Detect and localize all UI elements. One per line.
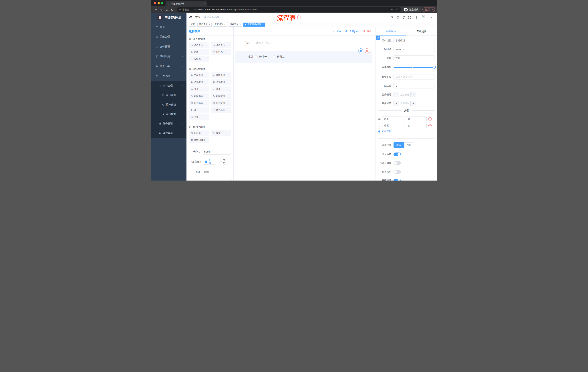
sidebar-item-工作流程[interactable]: 工作流程 (151, 71, 187, 81)
url-bar[interactable]: 不安全 dashboard.yudao.iocoder.cn/bpm/manag… (177, 7, 401, 12)
palette-item-日期范围[interactable]: 日期范围 (211, 100, 231, 106)
title-input[interactable]: 性别 (394, 55, 434, 61)
sidebar-item-流程模型[interactable]: 流程模型 (151, 109, 187, 119)
max-select-placeholder[interactable]: 最多可选 (399, 101, 410, 106)
tab-component-props[interactable]: 组件属性 (376, 27, 406, 35)
slider-handle[interactable] (433, 66, 436, 69)
copy-component-button[interactable] (358, 48, 363, 53)
close-window-button[interactable] (154, 2, 156, 4)
sidebar-item-用户分组[interactable]: 用户分组 (151, 100, 187, 109)
option-drag-handle-icon[interactable] (378, 117, 381, 120)
option-drag-handle-icon[interactable] (378, 124, 381, 127)
max-select-stepper[interactable]: − 最多可选 + (394, 101, 416, 106)
palette-item-上传[interactable]: 上传 (189, 114, 210, 120)
search-icon[interactable] (390, 16, 394, 19)
gender-checkbox-选项一[interactable]: 选项一 (255, 55, 267, 58)
option-style-default-button[interactable]: 默认 (394, 142, 404, 148)
palette-item-日期选择[interactable]: 日期选择 (189, 100, 210, 106)
browser-tab[interactable]: 芋道管理系统 (166, 1, 207, 6)
tag-close-icon[interactable]: × (262, 23, 263, 26)
palette-item-按钮[interactable]: 按钮 (211, 130, 231, 136)
tag-首页[interactable]: 首页 (189, 22, 196, 27)
sidebar-item-基础设施[interactable]: 基础设施 (151, 52, 187, 61)
palette-item-时间选择[interactable]: 时间选择 (189, 93, 210, 99)
sidebar-item-系统管理[interactable]: 系统管理 (151, 32, 187, 42)
stepper-plus-button[interactable]: + (410, 92, 416, 97)
sidebar-item-请假查询[interactable]: 请假查询 (151, 128, 187, 138)
component-type-select[interactable]: 多选框组 (394, 38, 434, 43)
palette-item-计数器[interactable]: 123计数器 (211, 49, 231, 55)
tag-流程表单[interactable]: 流程表单× (228, 22, 242, 27)
sidebar-item-支付管理[interactable]: 支付管理 (151, 42, 187, 52)
sidebar-item-任务管理[interactable]: 任务管理 (151, 119, 187, 128)
palette-item-表格[开发中][interactable]: 表格[开发中] (189, 137, 210, 143)
font-size-icon[interactable] (414, 16, 418, 19)
help-icon[interactable] (402, 16, 405, 19)
github-icon[interactable] (396, 16, 399, 19)
toggle-显示标签[interactable] (394, 152, 401, 156)
toggle-是否必填[interactable] (394, 179, 401, 181)
palette-item-多选框组[interactable]: 多选框组 (211, 79, 231, 85)
palette-item-单选框组[interactable]: 单选框组 (189, 79, 210, 85)
stepper-minus-button[interactable]: − (394, 101, 399, 106)
sidebar-item-流程管理[interactable]: 流程管理 (151, 81, 187, 90)
form-grid-slider[interactable] (394, 64, 436, 70)
toggle-是否带边框[interactable] (394, 161, 401, 165)
save-button[interactable]: 保存 (333, 30, 341, 33)
checkbox-box[interactable] (255, 55, 258, 58)
form-remark-textarea[interactable]: 嘿嘿 (202, 169, 231, 181)
field-name-input[interactable]: field122 (394, 47, 434, 52)
view-json-button[interactable]: 查看json (345, 30, 359, 33)
sidebar-item-研发工具[interactable]: 研发工具 (151, 61, 187, 71)
palette-item-行容器[interactable]: 行容器 (189, 130, 210, 136)
textarea-resize-handle[interactable] (229, 179, 231, 180)
palette-item-级联选择[interactable]: 级联选择 (211, 73, 231, 78)
browser-menu-icon[interactable] (431, 8, 433, 11)
palette-item-密码[interactable]: 密码 (189, 49, 210, 55)
phone-input[interactable]: 请输入手机号 (254, 40, 370, 46)
add-option-button[interactable]: 添加选项 (378, 130, 434, 133)
checkbox-box[interactable] (273, 55, 275, 58)
option-value-input[interactable]: 男 (406, 116, 427, 121)
gender-checkbox-选项二[interactable]: 选项二 (273, 55, 284, 58)
back-icon[interactable] (155, 8, 157, 11)
delete-component-button[interactable] (365, 48, 369, 53)
tag-close-icon[interactable]: × (240, 23, 241, 26)
palette-item-多行文本[interactable]: 多行文本 (211, 43, 231, 48)
slider-track[interactable] (394, 67, 436, 68)
tag-流程定义[interactable]: 流程定义× (197, 22, 211, 27)
status-radio-on[interactable]: 开启 (203, 159, 215, 165)
remove-option-button[interactable] (428, 124, 432, 128)
sidebar-item-流程表单[interactable]: 流程表单 (151, 90, 187, 100)
tab-close-icon[interactable] (204, 3, 206, 5)
new-tab-button[interactable] (210, 2, 212, 4)
tag-close-icon[interactable]: × (224, 23, 225, 26)
tag-close-icon[interactable]: × (209, 23, 210, 26)
palette-item-下拉选择[interactable]: 下拉选择 (189, 73, 210, 78)
tab-form-props[interactable]: 表单属性 (406, 27, 437, 35)
palette-item-时间范围[interactable]: 时间范围 (211, 93, 231, 99)
maximize-window-button[interactable] (161, 2, 163, 4)
home-icon[interactable] (171, 8, 174, 11)
tag-流程模型[interactable]: 流程模型× (213, 22, 227, 27)
phone-field-row[interactable]: *手机号 请输入手机号 (234, 40, 376, 46)
label-width-input[interactable]: 请输入标签宽度 (394, 74, 434, 80)
status-radio-off[interactable]: 关闭 (219, 159, 228, 165)
breadcrumb-home[interactable]: 首页 (195, 16, 200, 19)
hamburger-icon[interactable] (189, 16, 192, 19)
palette-item-单行文本[interactable]: 单行文本 (189, 43, 210, 48)
bookmark-star-icon[interactable] (396, 8, 399, 11)
forward-icon[interactable] (160, 8, 163, 11)
min-select-placeholder[interactable]: 至少应选 (399, 92, 410, 97)
palette-item-颜色选择[interactable]: 颜色选择 (211, 107, 231, 113)
remove-option-button[interactable] (428, 117, 432, 121)
option-style-button-button[interactable]: 按钮 (404, 142, 414, 148)
reload-icon[interactable] (165, 8, 168, 11)
min-select-stepper[interactable]: − 至少应选 + (394, 92, 416, 97)
app-logo-row[interactable]: 芋道管理系统 (151, 13, 187, 22)
minimize-window-button[interactable] (158, 2, 160, 4)
window-controls[interactable] (154, 2, 163, 4)
stepper-minus-button[interactable]: − (394, 92, 399, 97)
option-value-input[interactable]: 女 (406, 123, 427, 128)
form-name-input[interactable]: biubiu (202, 149, 231, 155)
